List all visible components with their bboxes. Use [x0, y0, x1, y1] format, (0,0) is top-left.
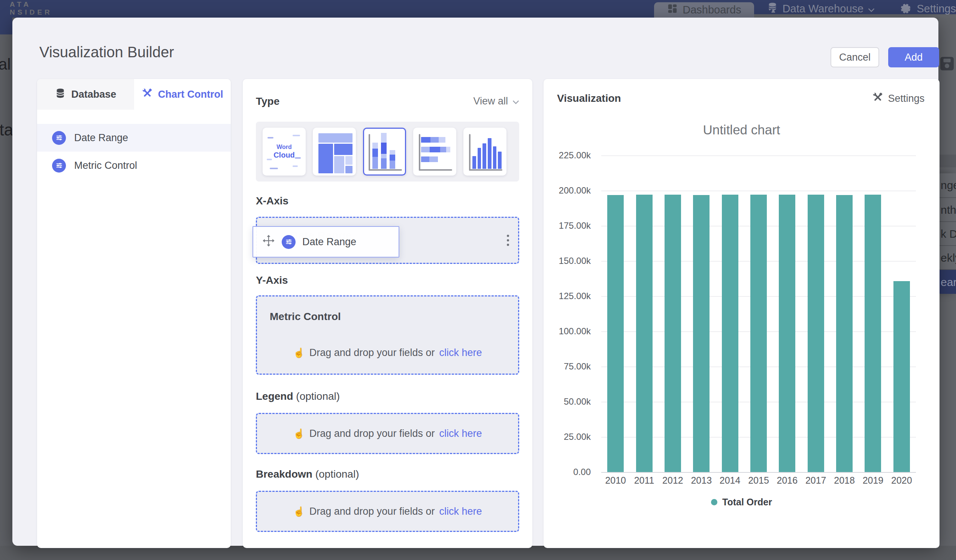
visualization-builder-modal: Visualization Builder Cancel Add Databas… — [13, 17, 939, 546]
y-tick-label: 200.00k — [559, 185, 591, 196]
bar-2020 — [893, 281, 910, 472]
add-button[interactable]: Add — [888, 47, 939, 67]
tap-hand-icon: ☝ — [293, 428, 305, 439]
gridline — [601, 472, 916, 473]
chart-type-word-cloud[interactable]: Word Cloud — [263, 128, 306, 176]
settings-label: Settings — [888, 93, 925, 104]
nav-tab-dashboards[interactable]: Dashboards — [654, 2, 754, 17]
fields-tabs: Database Chart Control — [37, 79, 231, 110]
chip-label: Date Range — [302, 236, 356, 248]
nav-items: Dashboards Data Warehouse Settings — [654, 0, 956, 17]
bar-2018 — [836, 195, 852, 472]
nav-item-settings[interactable]: Settings — [887, 2, 956, 16]
background-dropdown-item-selected: ear — [939, 269, 956, 294]
breakdown-heading-label: Breakdown — [256, 468, 313, 480]
chart-type-column[interactable] — [463, 128, 506, 176]
kebab-menu-icon[interactable] — [507, 235, 509, 246]
tune-icon — [282, 235, 296, 249]
y-tick-label: 50.00k — [564, 397, 591, 407]
y-tick-label: 75.00k — [564, 361, 591, 372]
x-tick-label: 2016 — [772, 475, 802, 486]
field-item-metric-control[interactable]: Metric Control — [37, 152, 231, 179]
tune-icon — [52, 159, 66, 173]
bar-2011 — [636, 195, 653, 472]
legend-heading: Legend (optional) — [256, 391, 340, 402]
chart-type-stacked-column[interactable] — [363, 128, 406, 176]
field-item-label: Date Range — [74, 132, 128, 144]
dashboards-icon — [667, 3, 678, 17]
legend-dropzone[interactable]: ☝ Drag and drop your fields or click her… — [256, 413, 519, 454]
background-left-strip — [0, 17, 13, 546]
chart-plot — [601, 155, 916, 472]
chevron-down-icon — [513, 96, 519, 107]
modal-title: Visualization Builder — [39, 44, 174, 61]
tab-chart-control[interactable]: Chart Control — [134, 79, 231, 110]
field-item-date-range[interactable]: Date Range — [37, 124, 231, 152]
visualization-heading: Visualization — [557, 93, 621, 104]
click-here-link[interactable]: click here — [439, 428, 482, 439]
x-axis-field-chip[interactable]: Date Range — [253, 226, 399, 257]
x-tick-label: 2015 — [744, 475, 774, 486]
y-tick-label: 150.00k — [559, 256, 591, 266]
x-tick-label: 2010 — [601, 475, 631, 486]
click-here-link[interactable]: click here — [439, 506, 482, 517]
nav-item-label: Settings — [917, 3, 956, 15]
chart-type-strip: Word Cloud — [256, 122, 519, 182]
y-axis-heading: Y-Axis — [256, 275, 288, 286]
bar-2015 — [750, 195, 767, 472]
logo-line-2: NSIDER — [10, 8, 52, 16]
bar-2013 — [693, 195, 709, 472]
nav-item-data-warehouse[interactable]: Data Warehouse — [754, 2, 888, 16]
x-tick-label: 2013 — [686, 475, 716, 486]
field-item-label: Metric Control — [74, 160, 137, 171]
logo-line-1: ATA — [10, 0, 52, 8]
y-axis-dropzone[interactable]: Metric Control ☝ Drag and drop your fiel… — [256, 295, 519, 375]
y-tick-label: 25.00k — [564, 431, 591, 442]
y-tick-label: 100.00k — [559, 326, 591, 337]
bar-2012 — [665, 195, 681, 472]
drop-hint: Drag and drop your fields or — [310, 347, 435, 359]
legend-series-label: Total Order — [722, 497, 772, 508]
cancel-button[interactable]: Cancel — [830, 47, 879, 67]
tune-icon — [52, 131, 66, 145]
bar-2014 — [722, 195, 738, 472]
tap-hand-icon: ☝ — [293, 506, 305, 517]
background-text-fragment: ota — [0, 121, 13, 139]
database-icon — [55, 88, 66, 102]
bar-2016 — [779, 195, 795, 472]
breakdown-dropzone[interactable]: ☝ Drag and drop your fields or click her… — [256, 491, 519, 532]
background-text-fragment: al — [0, 55, 11, 74]
breakdown-optional-label: (optional) — [315, 468, 359, 480]
y-tick-label: 225.00k — [559, 150, 591, 161]
legend-marker — [711, 499, 717, 505]
save-icon — [940, 57, 954, 72]
legend-heading-label: Legend — [256, 391, 293, 402]
chevron-down-icon — [868, 3, 875, 15]
type-heading: Type — [256, 96, 280, 107]
chart-type-stacked-bar[interactable] — [413, 128, 456, 176]
x-axis-heading: X-Axis — [256, 195, 288, 207]
y-tick-label: 175.00k — [559, 221, 591, 231]
background-dropdown: nge nthly k Date ekly ear — [939, 173, 956, 294]
x-tick-label: 2018 — [829, 475, 859, 486]
y-tick-label: 125.00k — [559, 291, 591, 301]
top-nav: ATA NSIDER Dashboards Data Warehouse Set… — [0, 0, 956, 17]
database-user-icon — [767, 2, 778, 16]
x-axis-dropzone[interactable]: Date Range Date Range — [256, 217, 519, 264]
gridline — [601, 155, 916, 156]
nav-item-label: Data Warehouse — [783, 3, 864, 15]
chart-legend: Total Order — [544, 497, 940, 508]
tab-database[interactable]: Database — [37, 79, 134, 110]
chart-y-axis-labels: 225.00k200.00k175.00k150.00k125.00k100.0… — [544, 155, 596, 472]
background-dropdown-item: k Date — [939, 221, 956, 245]
chart-settings-button[interactable]: Settings — [872, 92, 925, 105]
view-all-button[interactable]: View all — [473, 96, 519, 107]
fields-panel: Database Chart Control Date Range Metric… — [37, 79, 231, 548]
bar-2010 — [607, 195, 624, 472]
click-here-link[interactable]: click here — [439, 347, 482, 359]
chart-x-axis-labels: 2010201120122013201420152016201720182019… — [601, 475, 916, 487]
chart-type-treemap[interactable] — [313, 128, 356, 176]
background-dropdown-item: nthly — [939, 197, 956, 221]
background-dropdown-item: ekly — [939, 245, 956, 269]
y-axis-zone-title: Metric Control — [270, 311, 341, 323]
